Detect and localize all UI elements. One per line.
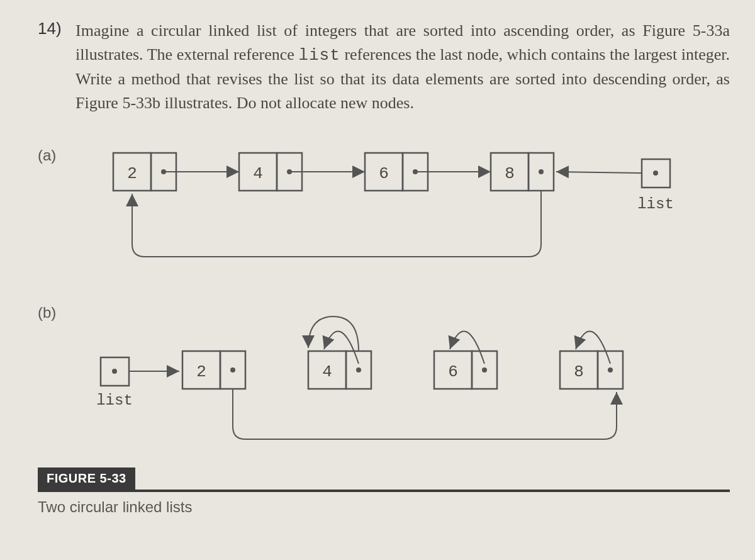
node-b-0: 2 [196,362,206,381]
svg-point-19 [112,369,117,374]
figure-caption: Two circular linked lists [38,498,730,516]
question-code-word: list [298,46,340,65]
node-b-1: 4 [322,362,332,381]
node-b-2: 6 [448,362,458,381]
figure-label: FIGURE 5-33 [38,468,135,490]
node-a-0: 2 [127,164,137,183]
svg-point-16 [653,171,658,176]
list-label-a: list [637,196,674,213]
figure-5-33: (a) 2 4 [38,140,730,516]
node-a-2: 6 [379,164,389,183]
svg-point-29 [482,367,487,372]
diagram-a: 2 4 6 [38,140,717,279]
part-a-label: (a) [38,147,56,164]
part-b-label: (b) [38,304,56,322]
svg-point-23 [230,367,235,372]
svg-point-32 [608,367,613,372]
list-label-b: list [96,392,133,409]
svg-point-26 [356,367,361,372]
node-b-3: 8 [574,362,584,381]
node-a-1: 4 [253,164,263,183]
diagram-b: list 2 4 [38,304,717,455]
svg-point-14 [539,169,544,174]
svg-line-17 [556,172,642,173]
figure-rule [38,490,730,492]
node-a-3: 8 [505,164,515,183]
figure-label-bar: FIGURE 5-33 [38,468,730,492]
question-text: Imagine a circular linked list of intege… [76,19,730,115]
question-number: 14) [38,19,76,38]
